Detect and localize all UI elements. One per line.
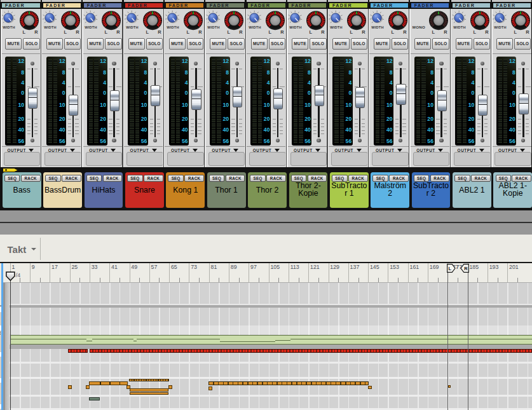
svg-text:WIDTH: WIDTH bbox=[249, 25, 261, 29]
svg-text:L: L bbox=[23, 29, 26, 35]
svg-text:L: L bbox=[105, 29, 108, 35]
svg-text:R: R bbox=[362, 29, 366, 35]
svg-text:L: L bbox=[186, 29, 189, 35]
svg-text:WIDTH: WIDTH bbox=[331, 25, 343, 29]
svg-text:R: R bbox=[240, 29, 243, 35]
svg-text:WIDTH: WIDTH bbox=[44, 25, 56, 29]
svg-text:R: R bbox=[485, 29, 489, 35]
svg-text:L: L bbox=[449, 266, 452, 271]
svg-text:WIDTH: WIDTH bbox=[371, 25, 383, 29]
svg-text:L: L bbox=[64, 29, 67, 35]
svg-text:L: L bbox=[268, 29, 271, 35]
svg-text:R: R bbox=[35, 29, 39, 35]
svg-text:R: R bbox=[321, 29, 325, 35]
svg-text:L: L bbox=[350, 29, 353, 35]
svg-text:MONO: MONO bbox=[413, 25, 425, 29]
svg-text:R: R bbox=[444, 29, 447, 35]
svg-text:WIDTH: WIDTH bbox=[208, 25, 220, 29]
svg-text:R: R bbox=[76, 29, 79, 35]
svg-text:R: R bbox=[280, 29, 284, 35]
svg-text:L: L bbox=[473, 29, 476, 35]
svg-text:WIDTH: WIDTH bbox=[453, 25, 465, 29]
svg-text:WIDTH: WIDTH bbox=[126, 25, 138, 29]
svg-text:L: L bbox=[146, 29, 149, 35]
svg-text:L: L bbox=[309, 29, 312, 35]
svg-text:R: R bbox=[116, 29, 120, 35]
svg-text:WIDTH: WIDTH bbox=[289, 25, 301, 29]
svg-text:L: L bbox=[228, 29, 231, 35]
svg-text:R: R bbox=[526, 29, 529, 35]
svg-text:L: L bbox=[514, 29, 517, 35]
svg-text:WIDTH: WIDTH bbox=[3, 25, 15, 29]
svg-text:R: R bbox=[198, 29, 202, 35]
svg-text:R: R bbox=[403, 29, 407, 35]
svg-text:WIDTH: WIDTH bbox=[494, 25, 506, 29]
svg-text:R: R bbox=[158, 29, 161, 35]
svg-text:WIDTH: WIDTH bbox=[85, 25, 97, 29]
svg-text:L: L bbox=[432, 29, 435, 35]
svg-text:R: R bbox=[464, 266, 468, 271]
svg-text:L: L bbox=[391, 29, 394, 35]
svg-text:WIDTH: WIDTH bbox=[167, 25, 179, 29]
